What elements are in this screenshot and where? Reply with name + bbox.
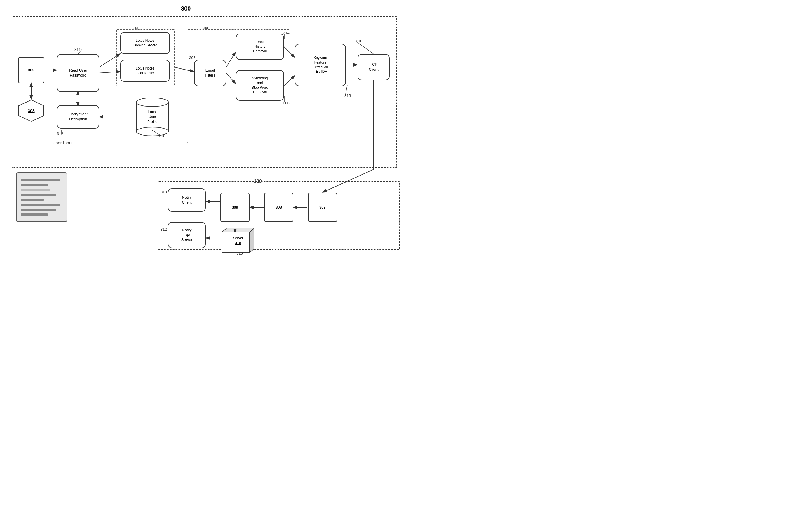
label-315: 315 — [344, 93, 351, 98]
node-307: 307 — [308, 193, 337, 222]
label-310: 310 — [355, 39, 361, 43]
node-308: 308 — [264, 193, 293, 222]
diagram-container: 300 330 302 303 Read User Password Encry… — [0, 0, 406, 257]
node-302: 302 — [18, 57, 45, 83]
label-330: 330 — [254, 179, 262, 184]
read-user-password: Read User Password — [57, 54, 99, 92]
label-304b: 304 — [201, 26, 208, 30]
label-313b: 313 — [161, 190, 167, 194]
stemming-stop-word: Stemming and Stop-Word Removal — [236, 70, 284, 101]
label-311: 311 — [75, 47, 81, 52]
document-icon — [16, 172, 67, 222]
node-303: 303 — [18, 99, 45, 122]
lotus-notes-replica: Lotus Notes Local Replica — [120, 60, 170, 82]
keyword-feature-extraction: Keyword Feature Extraction TE / IDF — [295, 44, 346, 86]
label-312b: 312 — [161, 227, 167, 232]
label-305: 305 — [189, 55, 196, 60]
main-title: 300 — [181, 5, 191, 12]
svg-point-4 — [136, 98, 168, 107]
svg-marker-6 — [222, 228, 254, 232]
label-304a: 304 — [132, 26, 138, 30]
lotus-notes-domino: Lotus Notes Domino Server — [120, 32, 170, 54]
label-306: 306 — [283, 101, 290, 105]
encryption-decryption: Encryption/ Decryption — [57, 105, 99, 129]
label-316: 316 — [236, 251, 243, 255]
server-316-container: Server316 — [216, 226, 254, 257]
email-history-removal: Email History Removal — [236, 34, 284, 60]
node-309: 309 — [221, 193, 250, 222]
label-314: 314 — [283, 31, 290, 35]
email-filters: Email Filters — [194, 60, 226, 86]
server-316-label: Server316 — [233, 236, 243, 245]
label-312: 312 — [57, 131, 63, 136]
user-input-label: User Input — [53, 140, 73, 145]
notify-client: Notify Client — [168, 188, 206, 212]
tcp-client: TCP Client — [357, 54, 390, 80]
notify-ego-server: Notify Ego Server — [168, 222, 206, 248]
label-313a: 313 — [157, 134, 164, 138]
local-user-profile-text: LocalUserProfile — [147, 110, 157, 124]
local-user-profile-container: LocalUserProfile — [135, 97, 170, 138]
